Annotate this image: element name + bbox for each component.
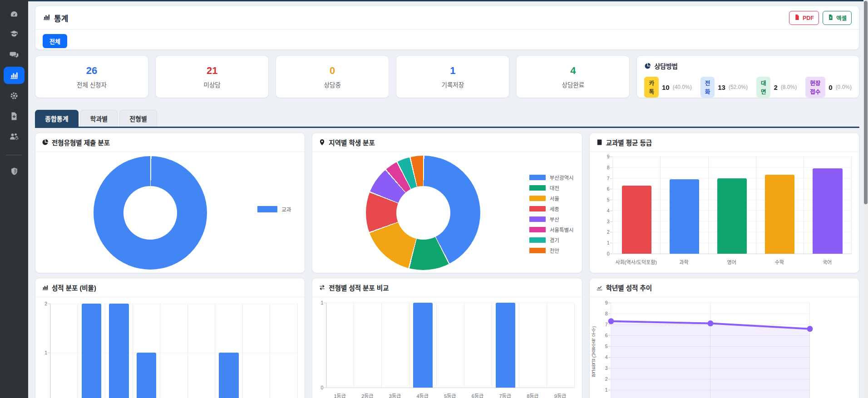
chart-body-grade-distribution-by-admission: 011등급2등급3등급4등급5등급6등급7등급8등급9등급교과	[312, 297, 582, 398]
file-excel-icon	[828, 14, 834, 20]
filter-all-button[interactable]: 전체	[43, 34, 67, 48]
x-tick-8등급: 8등급	[519, 392, 547, 398]
charts-row-1: 전형유형별 제출 분포교과지역별 학생 분포부산광역시대전서울세종부산서울특별시…	[35, 133, 859, 273]
chart-legend-submission-by-admission-type: 교과	[257, 206, 291, 213]
file-pdf-icon	[794, 14, 800, 22]
legend-item-students-by-region[interactable]: 경기	[529, 236, 574, 244]
y-tick-6: 6	[598, 186, 610, 192]
y-tick-2: 2	[598, 229, 610, 235]
vertical-scrollbar-thumb[interactable]	[864, 1, 868, 204]
excel-export-button[interactable]: 엑셀	[823, 11, 852, 25]
x-tick-1등급: 1등급	[326, 392, 354, 398]
stat-value-consultation-complete: 4	[570, 65, 576, 77]
y-tick-mark	[610, 243, 612, 243]
y-tick-mark	[324, 388, 326, 388]
stat-card-not-consulted: 21미상담	[155, 55, 269, 98]
stat-value-total-applicants: 26	[86, 65, 97, 77]
legend-item-students-by-region[interactable]: 세종	[529, 205, 574, 212]
consult-methods-card: 상담방법카톡10(40.0%)전화13(52.0%)대면2(8.0%)현장접수0…	[636, 55, 859, 98]
stat-card-consultation-complete: 4상담완료	[516, 55, 630, 98]
export-buttons: PDF 엑셀	[789, 11, 852, 25]
y-tick-9: 9	[596, 300, 608, 305]
excel-button-label: 엑셀	[836, 14, 847, 22]
legend-label: 대전	[550, 184, 559, 192]
legend-item-students-by-region[interactable]: 서울	[529, 195, 574, 202]
y-tick-mark	[610, 200, 612, 200]
chart-card-students-by-region: 지역별 학생 분포부산광역시대전서울세종부산서울특별시경기천안	[312, 133, 582, 273]
sidebar-item-messages[interactable]	[4, 46, 25, 64]
chart-title-students-by-region: 지역별 학생 분포	[329, 138, 375, 147]
tab-department[interactable]: 학과별	[80, 110, 118, 127]
y-tick-9: 9	[598, 154, 610, 159]
y-tick-mark	[608, 390, 611, 390]
tab-admission[interactable]: 전형별	[119, 110, 157, 127]
bar-chart-icon	[10, 71, 19, 80]
sidebar-item-students[interactable]	[4, 26, 25, 43]
y-tick-2: 2	[596, 376, 608, 382]
gridline-y-9	[613, 157, 852, 157]
consult-method-count-on-site: 0	[829, 84, 832, 91]
y-tick-mark	[48, 353, 50, 353]
page-title: 통계	[43, 12, 68, 24]
donut-chart-students-by-region	[366, 156, 480, 270]
sidebar-item-statistics[interactable]	[4, 67, 25, 84]
line-series-grade-trend-by-year	[611, 303, 810, 398]
stat-label-record-saved: 기록저장	[441, 80, 464, 89]
bar-수학	[765, 175, 794, 254]
legend-swatch	[529, 248, 546, 253]
legend-swatch	[529, 206, 546, 211]
y-tick-mark	[610, 157, 612, 157]
gridline-y-1	[326, 303, 574, 303]
x-tick-사회(역사/도덕포함): 사회(역사/도덕포함)	[612, 258, 660, 265]
page-header-card: 통계 PDF 엑셀 전체	[35, 5, 859, 50]
sidebar-item-security[interactable]	[4, 162, 25, 180]
gridline-x	[50, 304, 51, 398]
y-tick-1: 1	[312, 300, 323, 305]
charts-row-2: 성적 분포 (비율)012전형별 성적 분포 비교011등급2등급3등급4등급5…	[35, 278, 859, 398]
pdf-export-button[interactable]: PDF	[789, 11, 819, 25]
bar-사회(역사/도덕포함)	[622, 186, 651, 254]
consult-method-count-phone: 13	[718, 84, 725, 91]
bar-chart-icon	[42, 284, 49, 291]
book-icon	[596, 139, 603, 146]
exchange-icon	[319, 284, 326, 291]
x-tick-6등급: 6등급	[464, 392, 492, 398]
main-content: 통계 PDF 엑셀 전체 26전체 신청자21미상담0상담중1기록저장4상담완료…	[28, 0, 868, 398]
legend-label: 세종	[550, 205, 559, 212]
stat-card-total-applicants: 26전체 신청자	[35, 55, 148, 98]
bar-slot-4	[137, 353, 157, 398]
legend-item-submission-by-admission-type[interactable]: 교과	[257, 206, 291, 213]
x-tick-2등급: 2등급	[354, 392, 381, 398]
sidebar-item-dashboard[interactable]	[4, 5, 25, 23]
legend-item-students-by-region[interactable]: 대전	[529, 184, 574, 192]
legend-swatch	[529, 237, 546, 243]
sidebar-item-settings[interactable]	[4, 87, 25, 104]
gridline-y-0	[326, 388, 574, 388]
sidebar-item-documents[interactable]	[4, 108, 25, 125]
legend-item-students-by-region[interactable]: 천안	[529, 247, 574, 254]
legend-item-students-by-region[interactable]: 서울특별시	[529, 226, 574, 233]
donut-hole	[396, 186, 450, 240]
legend-item-students-by-region[interactable]: 부산광역시	[529, 174, 574, 181]
tab-overall[interactable]: 종합통계	[35, 110, 79, 127]
gridline-x	[354, 303, 354, 388]
file-download-icon	[10, 112, 19, 121]
consult-method-badge-in-person: 대면	[756, 77, 771, 98]
vertical-scrollbar-track[interactable]	[863, 0, 868, 398]
chart-body-submission-by-admission-type: 교과	[35, 152, 305, 273]
gridline-x	[436, 303, 437, 388]
sidebar-item-users[interactable]	[4, 128, 25, 145]
legend-item-students-by-region[interactable]: 부산	[529, 216, 574, 223]
y-tick-mark	[608, 346, 611, 347]
gridline-x	[574, 303, 575, 388]
x-tick-영어: 영어	[708, 258, 755, 265]
stat-label-total-applicants: 전체 신청자	[77, 80, 107, 89]
file-excel-icon	[828, 14, 834, 22]
chart-header-grade-distribution-by-admission: 전형별 성적 분포 비교	[312, 278, 582, 297]
gridline-x	[242, 304, 243, 398]
bar-7등급	[496, 303, 516, 388]
y-tick-0: 0	[312, 385, 323, 390]
y-tick-mark	[610, 221, 612, 222]
legend-label: 천안	[550, 247, 559, 254]
legend-swatch	[529, 175, 546, 180]
